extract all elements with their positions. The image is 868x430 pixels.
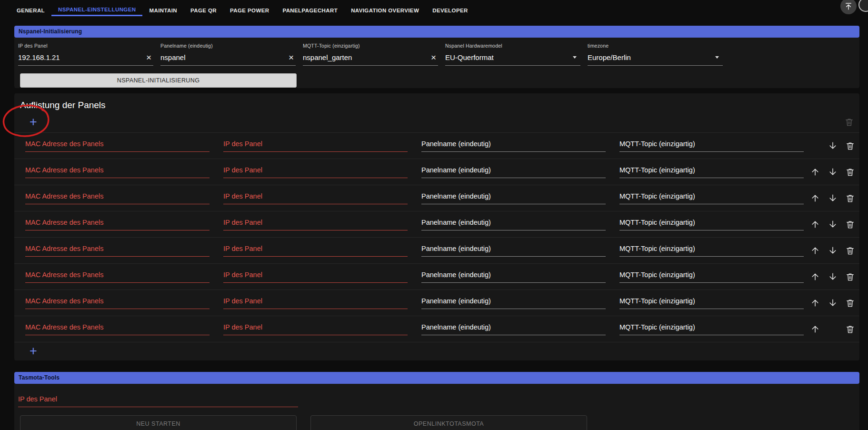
init-section-header: Nspanel-Initialisierung: [14, 26, 859, 38]
panelname-input[interactable]: Panelname (eindeutig): [421, 297, 606, 309]
arrow-down-icon: [828, 298, 838, 308]
panel-ip-input[interactable]: IP des Panel: [223, 166, 408, 178]
arrow-up-icon: [810, 324, 820, 334]
field-input[interactable]: Europe/Berlin: [588, 53, 723, 66]
delete-row-button[interactable]: [845, 298, 856, 309]
field-value[interactable]: 192.168.1.21: [18, 53, 60, 61]
mqtt-topic-input[interactable]: MQTT-Topic (einzigartig): [619, 166, 804, 178]
mac-address-input[interactable]: MAC Adresse des Panels: [25, 192, 210, 204]
field-value[interactable]: nspanel_garten: [303, 53, 352, 61]
panel-ip-input[interactable]: IP des Panel: [223, 192, 408, 204]
clear-icon[interactable]: ×: [287, 54, 296, 61]
mac-address-input[interactable]: MAC Adresse des Panels: [25, 219, 210, 230]
field-label: Panelname (eindeutig): [160, 43, 296, 49]
mac-address-input[interactable]: MAC Adresse des Panels: [25, 297, 210, 309]
mqtt-topic-input[interactable]: MQTT-Topic (einzigartig): [619, 245, 804, 257]
arrow-to-top-icon: [844, 2, 853, 10]
field-value[interactable]: Europe/Berlin: [588, 53, 631, 61]
tabs: GENERAL NSPANEL-EINSTELLUNGEN MAINTAIN P…: [10, 0, 475, 16]
move-up-button[interactable]: [809, 245, 821, 256]
field-input[interactable]: nspanel_garten ×: [303, 53, 438, 66]
clear-icon[interactable]: ×: [429, 54, 438, 61]
mqtt-topic-input[interactable]: MQTT-Topic (einzigartig): [619, 297, 804, 309]
init-field: IP des Panel 192.168.1.21 ×: [18, 43, 153, 66]
move-down-button[interactable]: [827, 245, 838, 256]
move-up-button[interactable]: [809, 271, 821, 282]
panel-ip-input[interactable]: IP des Panel: [223, 323, 408, 335]
panelname-input[interactable]: Panelname (eindeutig): [421, 166, 606, 178]
tab-page-power[interactable]: PAGE POWER: [223, 0, 276, 16]
delete-row-button[interactable]: [845, 245, 856, 256]
mac-address-input[interactable]: MAC Adresse des Panels: [25, 323, 210, 335]
move-down-button[interactable]: [827, 140, 838, 151]
panel-ip-input[interactable]: IP des Panel: [223, 219, 408, 230]
mqtt-topic-input[interactable]: MQTT-Topic (einzigartig): [619, 323, 804, 335]
trash-icon: [846, 220, 855, 229]
delete-row-button[interactable]: [845, 140, 856, 151]
move-down-button[interactable]: [827, 192, 838, 204]
panel-ip-input[interactable]: IP des Panel: [223, 140, 408, 152]
move-up-button[interactable]: [809, 219, 821, 230]
delete-row-button[interactable]: [845, 193, 856, 204]
restart-button[interactable]: NEU STARTEN: [20, 415, 297, 430]
move-up-button[interactable]: [809, 192, 821, 204]
mqtt-topic-input[interactable]: MQTT-Topic (einzigartig): [619, 219, 804, 230]
mac-address-input[interactable]: MAC Adresse des Panels: [25, 140, 210, 152]
tab-panelpagechart[interactable]: PANELPAGECHART: [276, 0, 344, 16]
panelname-input[interactable]: Panelname (eindeutig): [421, 271, 606, 283]
panelname-input[interactable]: Panelname (eindeutig): [421, 192, 606, 204]
arrow-down-icon: [828, 272, 838, 281]
panel-ip-input[interactable]: IP des Panel: [223, 297, 408, 309]
field-value[interactable]: EU-Querformat: [445, 53, 494, 61]
move-down-button[interactable]: [827, 166, 838, 178]
move-down-button[interactable]: [827, 271, 838, 282]
tab-maintain[interactable]: MAINTAIN: [142, 0, 184, 16]
mac-address-input[interactable]: MAC Adresse des Panels: [25, 166, 210, 178]
panels-footer: +: [14, 342, 859, 362]
mac-address-input[interactable]: MAC Adresse des Panels: [25, 271, 210, 283]
tab-navigation-overview[interactable]: NAVIGATION OVERVIEW: [344, 0, 426, 16]
open-link-tasmota-button[interactable]: OPENLINKTOTASMOTA: [310, 415, 587, 430]
panelname-input[interactable]: Panelname (eindeutig): [421, 219, 606, 230]
tab-page-qr[interactable]: PAGE QR: [184, 0, 223, 16]
move-up-button[interactable]: [809, 166, 821, 178]
init-field: Panelname (eindeutig) nspanel ×: [160, 43, 296, 66]
mqtt-topic-input[interactable]: MQTT-Topic (einzigartig): [619, 192, 804, 204]
row-actions: [809, 297, 859, 309]
tab-general[interactable]: GENERAL: [10, 0, 51, 16]
tasmota-ip-input[interactable]: IP des Panel: [18, 395, 298, 407]
init-section: Nspanel-Initialisierung IP des Panel 192…: [14, 26, 859, 88]
panel-ip-input[interactable]: IP des Panel: [223, 271, 408, 283]
panel-ip-input[interactable]: IP des Panel: [223, 245, 408, 257]
arrow-down-icon: [828, 167, 838, 177]
arrow-up-icon: [810, 298, 820, 308]
add-panel-button[interactable]: +: [26, 116, 40, 129]
add-panel-button-bottom[interactable]: +: [26, 345, 40, 358]
mqtt-topic-input[interactable]: MQTT-Topic (einzigartig): [619, 140, 804, 152]
move-up-button[interactable]: [809, 323, 821, 335]
delete-row-button[interactable]: [845, 167, 856, 178]
panels-title: Auflistung der Panels: [14, 93, 859, 110]
move-up-button[interactable]: [809, 297, 821, 309]
delete-row-button[interactable]: [845, 324, 856, 335]
panelname-input[interactable]: Panelname (eindeutig): [421, 245, 606, 257]
nspanel-init-button[interactable]: NSPANEL-INITIALISIERUNG: [20, 73, 297, 88]
move-down-button[interactable]: [827, 297, 838, 309]
move-down-button[interactable]: [827, 219, 838, 230]
delete-row-button[interactable]: [845, 219, 856, 230]
mqtt-topic-input[interactable]: MQTT-Topic (einzigartig): [619, 271, 804, 283]
field-input[interactable]: 192.168.1.21 ×: [18, 53, 153, 66]
tab-nspanel-einstellungen[interactable]: NSPANEL-EINSTELLUNGEN: [51, 0, 142, 16]
field-input[interactable]: EU-Querformat: [445, 53, 580, 66]
trash-icon: [846, 246, 855, 255]
mac-address-input[interactable]: MAC Adresse des Panels: [25, 245, 210, 257]
panelname-input[interactable]: Panelname (eindeutig): [421, 323, 606, 335]
clear-icon[interactable]: ×: [144, 54, 153, 61]
field-input[interactable]: nspanel ×: [160, 53, 296, 66]
field-value[interactable]: nspanel: [160, 53, 186, 61]
tab-developer[interactable]: DEVELOPER: [426, 0, 475, 16]
arrow-down-icon: [828, 220, 838, 229]
panelname-input[interactable]: Panelname (eindeutig): [421, 140, 606, 152]
delete-row-button[interactable]: [845, 271, 856, 282]
row-actions: [809, 245, 859, 256]
